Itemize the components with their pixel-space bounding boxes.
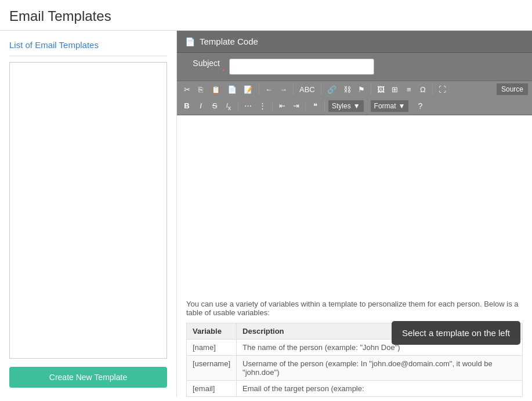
styles-chevron-icon: ▼: [353, 102, 360, 110]
variable-cell: [name]: [187, 340, 237, 356]
format-dropdown[interactable]: Format ▼: [370, 100, 410, 112]
bottom-info: You can use a variety of variables withi…: [177, 291, 532, 397]
page-wrapper: Email Templates List of Email Templates …: [0, 0, 532, 401]
create-new-template-button[interactable]: Create New Template: [9, 367, 167, 388]
table-row: [name]The name of the person (example: "…: [187, 340, 523, 356]
subject-input[interactable]: [229, 59, 374, 75]
special-char-button[interactable]: Ω: [417, 83, 429, 96]
table-row: [email]Email of the target person (examp…: [187, 381, 523, 397]
variable-cell: [email]: [187, 381, 237, 397]
variable-cell: [username]: [187, 356, 237, 381]
table-row: [username]Username of the person (exampl…: [187, 356, 523, 381]
template-code-header: 📄 Template Code: [177, 31, 532, 53]
editor-area[interactable]: [177, 115, 532, 291]
template-list[interactable]: [9, 62, 167, 359]
styles-label: Styles: [332, 102, 351, 110]
styles-dropdown[interactable]: Styles ▼: [328, 100, 364, 112]
page-title: Email Templates: [0, 0, 532, 31]
toolbar-divider-6: [238, 101, 238, 111]
right-panel: 📄 Template Code Subject * ✂ ⎘ 📋: [177, 31, 532, 291]
toolbar-divider-5: [432, 84, 433, 94]
link-button[interactable]: 🔗: [324, 83, 339, 96]
description-cell: Email of the target person (example:: [237, 381, 523, 397]
spellcheck-button[interactable]: ABC: [296, 83, 318, 96]
toolbar-row-2: B I S Ix ⋯ ⋮ ⇤ ⇥ ❝ Styles: [177, 97, 532, 115]
copy-button[interactable]: ⎘: [194, 83, 207, 96]
description-cell: Username of the person (example: In "joh…: [237, 356, 523, 381]
outdent-button[interactable]: ⇤: [276, 100, 288, 112]
bold-button[interactable]: B: [180, 100, 193, 112]
toolbar-divider-4: [371, 84, 371, 94]
table-button[interactable]: ⊞: [389, 83, 401, 96]
unlink-button[interactable]: ⛓: [341, 83, 354, 96]
image-button[interactable]: 🖼: [374, 83, 388, 96]
format-chevron-icon: ▼: [399, 102, 406, 110]
italic-button[interactable]: I: [194, 100, 207, 112]
subject-label: Subject: [185, 59, 220, 68]
sidebar-title: List of Email Templates: [9, 40, 167, 56]
col-header-description: Description: [237, 323, 523, 340]
paste-button[interactable]: 📋: [208, 83, 223, 96]
maximize-button[interactable]: ⛶: [436, 83, 449, 96]
undo-button[interactable]: ←: [262, 83, 276, 96]
toolbar-divider-9: [324, 101, 325, 111]
source-button[interactable]: Source: [496, 83, 529, 96]
subject-required: *: [222, 68, 225, 75]
variables-info-text: You can use a variety of variables withi…: [186, 300, 523, 317]
toolbar: ✂ ⎘ 📋 📄 📝 ← → ABC 🔗 ⛓ ⚑: [177, 81, 532, 115]
anchor-button[interactable]: ⚑: [355, 83, 368, 96]
description-cell: The name of the person (example: "John D…: [237, 340, 523, 356]
indent-button[interactable]: ⇥: [289, 100, 302, 112]
unordered-list-button[interactable]: ⋮: [256, 100, 269, 112]
remove-format-button[interactable]: Ix: [222, 99, 235, 113]
toolbar-divider-3: [321, 84, 321, 94]
right-content: 📄 Template Code Subject * ✂ ⎘ 📋: [177, 31, 532, 397]
blockquote-button[interactable]: ❝: [309, 100, 321, 112]
col-header-variable: Variable: [187, 323, 237, 340]
ordered-list-button[interactable]: ⋯: [241, 100, 255, 112]
subject-label-wrap: Subject *: [185, 59, 225, 75]
paste-text-button[interactable]: 📄: [225, 83, 240, 96]
sidebar: List of Email Templates Create New Templ…: [0, 31, 177, 397]
toolbar-divider-8: [305, 101, 306, 111]
redo-button[interactable]: →: [277, 83, 290, 96]
toolbar-divider-7: [272, 101, 273, 111]
toolbar-divider-2: [293, 84, 294, 94]
toolbar-divider-1: [259, 84, 259, 94]
help-button[interactable]: ?: [415, 100, 425, 112]
toolbar-row-1: ✂ ⎘ 📋 📄 📝 ← → ABC 🔗 ⛓ ⚑: [177, 81, 532, 97]
template-code-icon: 📄: [185, 37, 195, 46]
main-layout: List of Email Templates Create New Templ…: [0, 31, 532, 397]
hr-button[interactable]: ≡: [403, 83, 415, 96]
variables-table: Variable Description [name]The name of t…: [186, 323, 523, 397]
format-label: Format: [374, 102, 396, 110]
template-code-title: Template Code: [200, 37, 258, 46]
cut-button[interactable]: ✂: [180, 83, 193, 96]
paste-word-button[interactable]: 📝: [241, 83, 256, 96]
strikethrough-button[interactable]: S: [208, 100, 221, 112]
subject-row: Subject *: [177, 53, 532, 81]
